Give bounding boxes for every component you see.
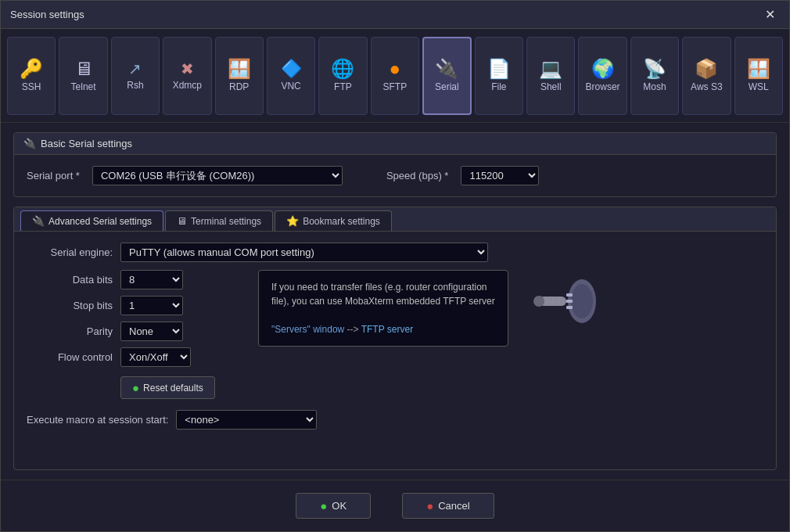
sftp-label: SFTP bbox=[382, 81, 407, 92]
speed-select[interactable]: 115200 bbox=[461, 166, 539, 185]
protocol-toolbar: 🔑 SSH 🖥 Telnet ↗ Rsh ✖ Xdmcp 🪟 RDP 🔷 VNC… bbox=[1, 29, 789, 123]
protocol-file[interactable]: 📄 File bbox=[475, 37, 523, 115]
protocol-serial[interactable]: 🔌 Serial bbox=[422, 37, 472, 115]
session-settings-dialog: Session settings ✕ 🔑 SSH 🖥 Telnet ↗ Rsh … bbox=[0, 0, 790, 532]
svg-point-6 bbox=[533, 296, 544, 307]
lower-section: Data bits 8 Stop bits 1 Pari bbox=[27, 270, 763, 399]
cancel-icon: ● bbox=[426, 499, 433, 512]
xdmcp-icon: ✖ bbox=[181, 61, 194, 77]
telnet-label: Telnet bbox=[71, 81, 96, 92]
rdp-label: RDP bbox=[229, 81, 249, 92]
protocol-wsl[interactable]: 🪟 WSL bbox=[734, 37, 783, 115]
cancel-button[interactable]: ● Cancel bbox=[402, 493, 494, 519]
awss3-label: Aws S3 bbox=[691, 81, 722, 92]
vnc-label: VNC bbox=[281, 81, 300, 92]
dialog-footer: ● OK ● Cancel bbox=[1, 480, 789, 531]
rsh-icon: ↗ bbox=[128, 61, 142, 77]
connector-svg bbox=[531, 270, 601, 332]
title-bar: Session settings ✕ bbox=[1, 1, 789, 29]
cancel-label: Cancel bbox=[438, 500, 469, 512]
basic-serial-panel: 🔌 Basic Serial settings Serial port * CO… bbox=[13, 132, 777, 197]
info-arrow: --> bbox=[347, 324, 361, 335]
macro-select[interactable]: <none> bbox=[176, 410, 317, 430]
macro-row: Execute macro at session start: <none> bbox=[27, 410, 763, 430]
serial-port-select[interactable]: COM26 (USB 串行设备 (COM26)) bbox=[92, 166, 343, 185]
info-link-row: "Servers" window --> TFTP server bbox=[271, 322, 495, 336]
protocol-rdp[interactable]: 🪟 RDP bbox=[215, 37, 264, 115]
telnet-icon: 🖥 bbox=[74, 59, 93, 78]
engine-select[interactable]: PuTTY (allows manual COM port setting) bbox=[120, 243, 488, 262]
ssh-label: SSH bbox=[22, 81, 41, 92]
reset-defaults-label: Reset defaults bbox=[143, 383, 203, 394]
mosh-icon: 📡 bbox=[643, 59, 666, 78]
shell-icon: 💻 bbox=[539, 59, 562, 78]
protocol-rsh[interactable]: ↗ Rsh bbox=[111, 37, 160, 115]
ftp-icon: 🌐 bbox=[331, 59, 354, 78]
advanced-tabs-bar: 🔌 Advanced Serial settings 🖥 Terminal se… bbox=[14, 207, 776, 232]
serial-port-row: Serial port * COM26 (USB 串行设备 (COM26)) S… bbox=[27, 166, 763, 185]
svg-rect-4 bbox=[566, 306, 573, 309]
tftp-server-link[interactable]: TFTP server bbox=[361, 324, 413, 335]
protocol-sftp[interactable]: ● SFTP bbox=[371, 37, 419, 115]
engine-row: Serial engine: PuTTY (allows manual COM … bbox=[27, 243, 763, 262]
protocol-shell[interactable]: 💻 Shell bbox=[526, 37, 575, 115]
svg-rect-3 bbox=[566, 300, 573, 303]
serial-port-label: Serial port * bbox=[27, 170, 80, 182]
advanced-serial-tab-icon: 🔌 bbox=[32, 215, 45, 227]
flowctrl-label: Flow control bbox=[27, 351, 113, 363]
mosh-label: Mosh bbox=[643, 81, 666, 92]
ok-label: OK bbox=[332, 500, 347, 512]
protocol-mosh[interactable]: 📡 Mosh bbox=[630, 37, 679, 115]
servers-window-link[interactable]: "Servers" window bbox=[271, 324, 344, 335]
macro-label: Execute macro at session start: bbox=[27, 414, 168, 426]
reset-defaults-button[interactable]: ● Reset defaults bbox=[120, 376, 215, 399]
terminal-tab-icon: 🖥 bbox=[177, 215, 187, 227]
flowctrl-select[interactable]: Xon/Xoff bbox=[120, 347, 191, 367]
basic-serial-icon: 🔌 bbox=[23, 138, 36, 149]
wsl-label: WSL bbox=[749, 81, 769, 92]
window-title: Session settings bbox=[10, 9, 84, 20]
tab-advanced-serial[interactable]: 🔌 Advanced Serial settings bbox=[20, 210, 163, 231]
tftp-info-box: If you need to transfer files (e.g. rout… bbox=[258, 270, 508, 347]
protocol-ssh[interactable]: 🔑 SSH bbox=[7, 37, 56, 115]
advanced-serial-panel: 🔌 Advanced Serial settings 🖥 Terminal se… bbox=[13, 207, 777, 470]
flowctrl-row: Flow control Xon/Xoff bbox=[27, 347, 246, 367]
tab-terminal-settings[interactable]: 🖥 Terminal settings bbox=[165, 210, 273, 231]
protocol-browser[interactable]: 🌍 Browser bbox=[578, 37, 627, 115]
sftp-icon: ● bbox=[390, 59, 401, 78]
protocol-awss3[interactable]: 📦 Aws S3 bbox=[682, 37, 731, 115]
parity-label: Parity bbox=[27, 325, 113, 337]
databits-label: Data bits bbox=[27, 274, 113, 286]
browser-label: Browser bbox=[586, 81, 620, 92]
protocol-ftp[interactable]: 🌐 FTP bbox=[318, 37, 367, 115]
stopbits-select[interactable]: 1 bbox=[120, 296, 183, 315]
basic-serial-header: 🔌 Basic Serial settings bbox=[14, 133, 776, 155]
connector-visual bbox=[527, 270, 605, 332]
protocol-telnet[interactable]: 🖥 Telnet bbox=[59, 37, 107, 115]
basic-serial-body: Serial port * COM26 (USB 串行设备 (COM26)) S… bbox=[14, 155, 776, 196]
reset-row: ● Reset defaults bbox=[27, 376, 246, 399]
serial-icon: 🔌 bbox=[435, 59, 458, 78]
ftp-label: FTP bbox=[334, 81, 352, 92]
databits-select[interactable]: 8 bbox=[120, 270, 183, 289]
wsl-icon: 🪟 bbox=[747, 59, 770, 78]
shell-label: Shell bbox=[540, 81, 562, 92]
protocol-xdmcp[interactable]: ✖ Xdmcp bbox=[163, 37, 211, 115]
tab-bookmark-settings[interactable]: ⭐ Bookmark settings bbox=[275, 210, 392, 231]
terminal-tab-label: Terminal settings bbox=[191, 216, 261, 227]
parity-select[interactable]: None bbox=[120, 322, 183, 341]
file-icon: 📄 bbox=[487, 59, 511, 78]
svg-rect-2 bbox=[566, 293, 573, 297]
ok-button[interactable]: ● OK bbox=[296, 493, 371, 519]
serial-label: Serial bbox=[435, 81, 459, 92]
reset-icon: ● bbox=[132, 381, 139, 394]
ok-icon: ● bbox=[320, 499, 327, 512]
bookmark-tab-label: Bookmark settings bbox=[303, 216, 380, 227]
info-text: If you need to transfer files (e.g. rout… bbox=[271, 280, 495, 308]
vnc-icon: 🔷 bbox=[281, 60, 302, 77]
stopbits-label: Stop bits bbox=[27, 300, 113, 311]
close-button[interactable]: ✕ bbox=[760, 5, 780, 23]
protocol-vnc[interactable]: 🔷 VNC bbox=[267, 37, 315, 115]
awss3-icon: 📦 bbox=[695, 59, 718, 78]
ssh-icon: 🔑 bbox=[20, 59, 43, 78]
